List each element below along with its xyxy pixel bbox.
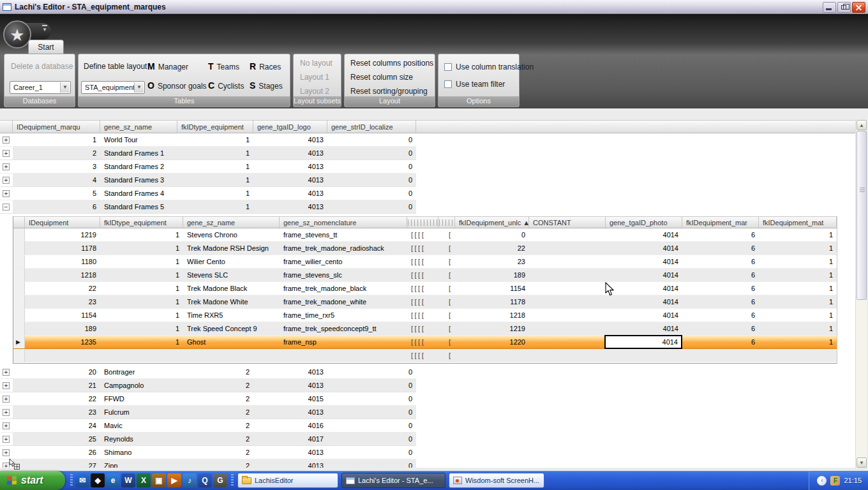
cell[interactable]: [[[[ (407, 322, 438, 335)
cell[interactable]: 1 (177, 133, 253, 146)
column-header-fkIDtype_equipment[interactable]: fkIDtype_equipment (177, 121, 253, 133)
subgrid-column-header-gene_sz_nomenclature[interactable]: gene_sz_nomenclature (280, 217, 407, 228)
cell[interactable]: 1 (759, 309, 837, 322)
cell[interactable]: 5 (13, 187, 100, 200)
table-row[interactable]: +23Fulcrum240130 (0, 406, 416, 419)
table-row[interactable]: +27Zipp240130 (0, 459, 416, 468)
cell[interactable]: 4015 (253, 392, 327, 405)
cell[interactable]: 0 (327, 200, 416, 213)
quick-launch-handle[interactable] (70, 474, 73, 487)
cell[interactable]: Time RXR5 (183, 309, 280, 322)
cell[interactable]: [[[[ (407, 228, 438, 241)
cell[interactable] (529, 255, 606, 268)
cell[interactable]: 1220 (455, 336, 529, 348)
msn-icon[interactable]: ◆ (91, 473, 105, 487)
cell[interactable]: 4016 (253, 419, 327, 432)
cell[interactable] (759, 349, 837, 362)
gimp-icon[interactable]: G (213, 473, 227, 487)
cell[interactable]: 4013 (253, 187, 327, 200)
cell[interactable]: frame_trek_speedconcept9_tt (280, 322, 407, 335)
cell[interactable]: 4014 (606, 228, 682, 241)
cell[interactable]: [[[[ (407, 295, 438, 308)
subgrid-column-header-IDequipment[interactable]: IDequipment (25, 217, 100, 228)
cell[interactable]: [ (438, 349, 455, 362)
cell[interactable] (280, 349, 407, 362)
cell[interactable]: frame_trek_madone_black (280, 282, 407, 295)
layout-2-button[interactable]: Layout 2 (300, 87, 329, 96)
cell[interactable]: 1 (759, 269, 837, 281)
cell[interactable]: Shimano (100, 446, 177, 459)
cell[interactable]: Trek Speed Concept 9 (183, 322, 280, 335)
cell[interactable]: 0 (327, 392, 416, 405)
cell[interactable]: Trek Madone RSH Design (183, 242, 280, 255)
cell[interactable]: 4017 (253, 433, 327, 445)
cell[interactable]: 23 (455, 255, 529, 268)
cell[interactable]: 2 (177, 459, 253, 468)
cell[interactable]: 4013 (253, 133, 327, 146)
table-row[interactable]: +5Standard Frames 4140130 (0, 187, 416, 200)
outlook-icon[interactable]: ✉ (75, 473, 89, 487)
cell[interactable]: 23 (13, 406, 100, 419)
cell[interactable]: [[[[ (407, 242, 438, 255)
cell[interactable]: 6 (682, 269, 759, 281)
table-row[interactable]: 12191Stevens Chronoframe_stevens_tt[[[[[… (13, 228, 837, 242)
cell[interactable]: 6 (13, 200, 100, 213)
cell[interactable]: 1219 (25, 228, 100, 241)
cell[interactable]: 0 (327, 174, 416, 186)
table-row[interactable]: 11801Wilier Centoframe_wilier_cento[[[[[… (13, 255, 837, 269)
use-column-translation-checkbox[interactable]: Use column translation (444, 63, 534, 71)
cell[interactable]: 4013 (253, 446, 327, 459)
table-row[interactable]: +26Shimano240130 (0, 446, 416, 459)
cell[interactable]: 1 (759, 228, 837, 241)
cell[interactable]: 1 (100, 282, 183, 295)
cell[interactable]: 1 (177, 147, 253, 160)
cell[interactable]: 0 (327, 433, 416, 445)
table-row[interactable]: 1891Trek Speed Concept 9frame_trek_speed… (13, 322, 837, 336)
cell[interactable]: 1 (759, 242, 837, 255)
sponsor-goals-button[interactable]: OSponsor goals (147, 80, 207, 91)
cell[interactable]: 1 (759, 336, 837, 348)
quick-access-dropdown-icon[interactable]: ▾ (41, 25, 49, 33)
cell[interactable]: 4014 (606, 242, 682, 255)
cell[interactable]: 189 (25, 322, 100, 335)
cell[interactable]: Reynolds (100, 433, 177, 445)
cell[interactable]: 1218 (455, 309, 529, 322)
cell[interactable]: World Tour (100, 133, 177, 146)
cell[interactable]: Wilier Cento (183, 255, 280, 268)
table-row[interactable]: +4Standard Frames 3140130 (0, 174, 416, 187)
cell[interactable] (529, 295, 606, 308)
delete-database-button[interactable]: Delete a database (11, 62, 73, 71)
reset-sorting-grouping-button[interactable]: Reset sorting/grouping (350, 87, 428, 96)
clipped-column-header[interactable] (407, 217, 438, 228)
cell[interactable]: 1154 (455, 282, 529, 295)
cell[interactable]: 1 (100, 228, 183, 241)
cell[interactable]: 189 (455, 269, 529, 281)
cell[interactable]: 1 (100, 295, 183, 308)
collapse-icon[interactable]: − (3, 204, 10, 211)
cell[interactable]: 4014 (606, 309, 682, 322)
cell[interactable] (529, 242, 606, 255)
table-row[interactable]: +25Reynolds240170 (0, 433, 416, 446)
itunes-icon[interactable]: ♪ (183, 473, 197, 487)
cell[interactable]: 0 (327, 379, 416, 392)
cell[interactable]: [ (438, 295, 455, 308)
cell[interactable]: frame_wilier_cento (280, 255, 407, 268)
cell[interactable]: 4014 (606, 269, 682, 281)
cell[interactable]: 2 (177, 419, 253, 432)
cell[interactable] (529, 349, 606, 362)
selected-table-row[interactable]: ▶12351Ghostframe_nsp[[[[[12204014614014 (13, 336, 837, 349)
cell[interactable]: 1 (100, 242, 183, 255)
column-header-gene_strID_localize[interactable]: gene_strID_localize (327, 121, 416, 133)
subgrid-column-header-CONSTANT[interactable]: CONSTANT (529, 217, 606, 228)
cell[interactable]: 2 (177, 392, 253, 405)
cell[interactable]: 1 (100, 322, 183, 335)
cell[interactable]: 1219 (455, 322, 529, 335)
database-combo[interactable]: Career_1 ▼ (10, 81, 71, 94)
cell[interactable] (455, 349, 529, 362)
cell[interactable]: 4014 (606, 282, 682, 295)
cell[interactable]: 21 (13, 379, 100, 392)
clipped-column-header[interactable] (438, 217, 455, 228)
cell[interactable]: Zipp (100, 459, 177, 468)
subgrid-column-header-gene_tgaID_photo[interactable]: gene_tgaID_photo (606, 217, 682, 228)
expand-icon[interactable]: + (3, 382, 10, 389)
